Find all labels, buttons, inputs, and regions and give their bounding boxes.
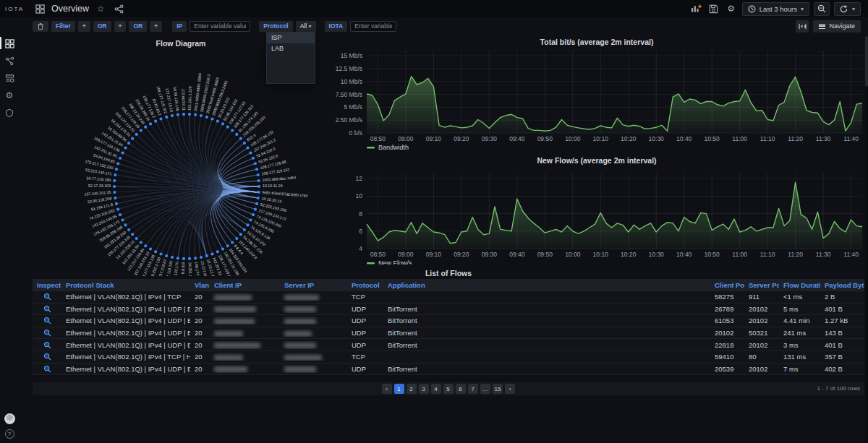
trash-icon-button[interactable]	[33, 21, 48, 32]
svg-text:08:50: 08:50	[370, 251, 386, 258]
inspect-cell[interactable]	[33, 317, 61, 324]
svg-text:08:50: 08:50	[370, 135, 386, 142]
svg-text:10 Mb/s: 10 Mb/s	[341, 78, 362, 85]
refresh-button[interactable]: ▾	[834, 2, 861, 16]
inspect-cell[interactable]	[33, 353, 61, 361]
protocol-cell: UDP	[347, 365, 383, 373]
add-filter-button[interactable]: +	[114, 21, 127, 32]
or-operator-button[interactable]: OR	[129, 21, 147, 32]
vlan-cell: 20	[190, 305, 210, 313]
svg-text:11:40: 11:40	[843, 251, 859, 258]
column-header-vlan[interactable]: Vlan	[190, 281, 210, 289]
client-ip-cell	[210, 305, 280, 313]
inspect-cell[interactable]	[33, 365, 61, 373]
pagination-prev-button[interactable]: ‹	[382, 384, 392, 394]
save-dashboard-icon[interactable]	[707, 2, 720, 15]
flow-chord	[156, 121, 259, 186]
sidebar-item-datasources[interactable]	[0, 69, 19, 87]
pagination-page-5[interactable]: 5	[443, 384, 454, 394]
sidebar-item-network[interactable]	[0, 52, 19, 69]
settings-gear-icon[interactable]: ⚙	[725, 2, 738, 15]
table-row: Ethernet | VLAN(802.1Q) | IPv4 | UDP | B…	[33, 364, 864, 376]
column-header-inspect[interactable]: Inspect	[33, 281, 61, 289]
filter-button[interactable]: Filter	[51, 21, 75, 32]
svg-text:4: 4	[359, 245, 362, 252]
flow-node	[165, 116, 168, 119]
table-row: Ethernet | VLAN(802.1Q) | IPv4 | UDP | B…	[33, 304, 864, 316]
filter-bar: Filter + OR + OR + IP Protocol All ▾ IOT…	[33, 21, 396, 32]
protocol-stack-cell: Ethernet | VLAN(802.1Q) | IPv4 | TCP	[61, 293, 190, 301]
pagination-page-1[interactable]: 1	[394, 384, 404, 394]
page-scrollbar[interactable]	[865, 35, 868, 443]
add-filter-button[interactable]: +	[150, 21, 162, 32]
flow-node	[114, 197, 116, 199]
flow-node	[221, 122, 224, 125]
add-filter-button[interactable]: +	[78, 21, 90, 32]
redacted-client-ip	[214, 295, 252, 301]
flow-node	[254, 208, 257, 211]
svg-text:0 b/s: 0 b/s	[349, 129, 362, 137]
refresh-icon	[840, 5, 848, 13]
flow-chord	[205, 197, 258, 254]
sidebar-item-dashboards[interactable]	[0, 35, 19, 52]
column-header-protocol-stack[interactable]: Protocol Stack	[61, 281, 190, 289]
dropdown-option-lab[interactable]: LAB	[267, 43, 315, 54]
flow-node	[257, 173, 260, 176]
svg-text:11:30: 11:30	[816, 135, 831, 142]
add-panel-icon[interactable]	[690, 2, 703, 15]
column-header-application[interactable]: Application	[383, 281, 710, 289]
total-bits-chart: 0 b/s2.50 Mb/s5 Mb/s7.50 Mb/s10 Mb/s12.5…	[329, 33, 864, 150]
server-port-cell: 20102	[744, 365, 779, 373]
column-header-protocol[interactable]: Protocol	[347, 281, 383, 289]
sidebar-item-configuration[interactable]: ⚙	[0, 87, 19, 104]
svg-text:09:20: 09:20	[454, 251, 469, 258]
inspect-cell[interactable]	[33, 293, 61, 301]
pagination-page-7[interactable]: 7	[468, 384, 478, 394]
app-logo: IOTA	[0, 6, 29, 12]
column-header-client-port[interactable]: Client Port	[710, 281, 744, 289]
pagination-page-3[interactable]: 3	[419, 384, 429, 394]
client-ip-cell	[210, 341, 280, 349]
ip-variable-input[interactable]	[190, 21, 250, 32]
column-header-flow-duration[interactable]: Flow Duration	[779, 281, 820, 289]
zoom-out-button[interactable]	[814, 2, 830, 16]
column-header-client-ip[interactable]: Client IP	[210, 281, 280, 289]
client-port-cell: 59410	[710, 353, 744, 361]
pagination-ellipsis[interactable]: …	[480, 384, 490, 394]
svg-text:09:10: 09:10	[426, 135, 442, 142]
time-range-picker[interactable]: Last 3 hours ▾	[742, 2, 809, 16]
user-avatar[interactable]	[4, 413, 15, 424]
help-icon[interactable]: ?	[5, 429, 14, 439]
flow-node	[239, 233, 242, 236]
column-header-server-ip[interactable]: Server IP	[280, 281, 347, 289]
flow-node	[243, 142, 246, 145]
svg-text:09:40: 09:40	[509, 135, 525, 142]
pagination-page-6[interactable]: 6	[456, 384, 466, 394]
navigate-button[interactable]: Navigate	[813, 20, 861, 33]
vlan-cell: 20	[190, 365, 210, 373]
star-icon[interactable]: ☆	[94, 2, 107, 15]
column-header-payload-bytes[interactable]: Payload Bytes	[820, 281, 864, 289]
svg-text:8: 8	[359, 210, 362, 218]
pagination-page-15[interactable]: 15	[493, 384, 503, 394]
dropdown-option-isp[interactable]: ISP	[267, 33, 315, 43]
or-operator-button[interactable]: OR	[93, 21, 111, 32]
inspect-cell[interactable]	[33, 341, 61, 349]
inspect-cell[interactable]	[33, 305, 61, 313]
flow-node	[154, 250, 157, 253]
share-icon[interactable]	[112, 2, 125, 15]
column-header-server-port[interactable]: Server Port	[744, 281, 779, 289]
client-ip-cell	[210, 365, 280, 373]
pagination-page-2[interactable]: 2	[407, 384, 417, 394]
inspect-cell[interactable]	[33, 329, 61, 337]
application-cell: BitTorrent	[383, 305, 710, 313]
iota-variable-input[interactable]	[350, 21, 396, 32]
flow-node	[119, 157, 122, 160]
flow-node	[131, 233, 134, 236]
pagination-next-button[interactable]: ›	[505, 384, 515, 394]
protocol-select[interactable]: All ▾	[296, 21, 316, 32]
scrollbar-thumb[interactable]	[865, 36, 868, 87]
sidebar-item-admin-shield[interactable]	[0, 104, 19, 121]
expand-arrows-button[interactable]	[796, 20, 809, 33]
pagination-page-4[interactable]: 4	[431, 384, 441, 394]
